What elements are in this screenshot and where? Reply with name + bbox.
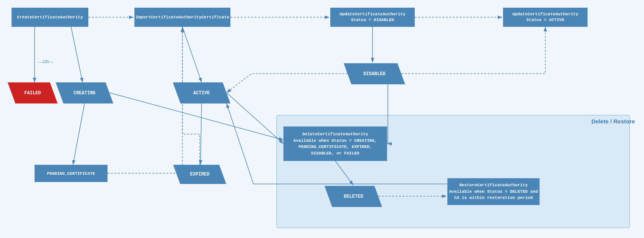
diagram: Delete / Restore CreateCertificateAuthor… xyxy=(0,0,644,238)
node-creating: CREATING xyxy=(60,82,109,103)
node-active: ACTIVE xyxy=(177,82,227,103)
node-deleted: DELETED xyxy=(328,186,378,207)
node-failed: FAILED xyxy=(12,82,54,103)
node-restoreCA: RestoreCertificateAuthority Available wh… xyxy=(447,178,540,205)
delete-restore-label: Delete / Restore xyxy=(591,118,635,125)
node-updateActive: UpdateCertificateAuthority Status = ACTI… xyxy=(503,8,588,27)
node-expired: EXPIRED xyxy=(177,165,223,184)
node-createCA: CreateCertificateAuthority xyxy=(12,8,88,27)
node-importCA: ImportCertificateAuthorityCertificate xyxy=(134,8,230,27)
node-disabled: DISABLED xyxy=(348,63,401,84)
svg-line-8 xyxy=(182,27,202,82)
node-deleteCA: DeleteCertificateAuthority Available whe… xyxy=(283,126,387,161)
or-label: —OR— xyxy=(38,59,53,64)
node-updateDisabled: UpdateCertificateAuthority Status = DISA… xyxy=(330,8,415,27)
svg-line-9 xyxy=(200,103,202,165)
svg-line-7 xyxy=(73,103,84,165)
svg-line-6 xyxy=(71,27,83,82)
node-pendingCert: PENDING_CERTIFICATE xyxy=(35,165,108,182)
